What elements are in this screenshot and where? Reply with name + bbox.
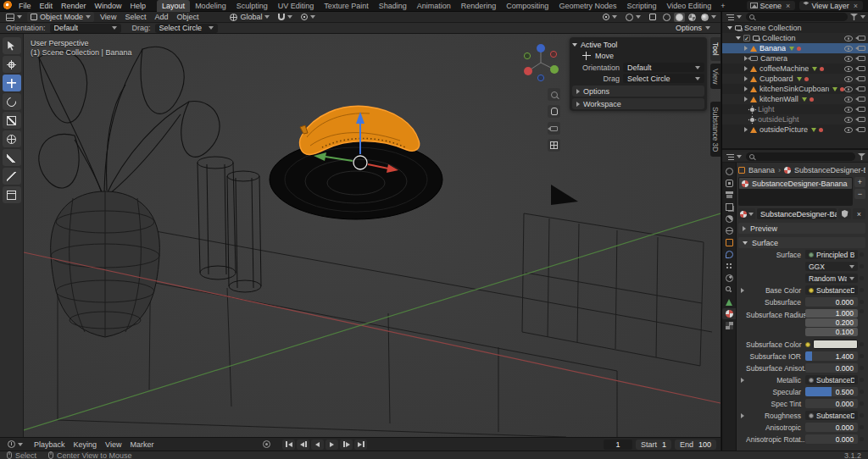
active-tool-panel-header[interactable]: Active Tool [572,39,704,50]
timeline-editor-type-button[interactable] [4,439,26,450]
expand-icon[interactable] [744,127,748,132]
outliner-row-kitchensinkcupboard[interactable]: kitchenSinkCupboard [722,84,868,94]
transform-orientation-dropdown[interactable]: Global [226,12,273,23]
hide-eye-icon[interactable] [844,127,853,133]
menu-item[interactable]: Window [91,0,126,12]
tool-button-select-box[interactable] [3,37,21,54]
ortho-toggle-button[interactable] [548,139,560,152]
render-visibility-icon[interactable] [858,86,865,91]
camera-view-button[interactable] [548,122,560,135]
outliner-row-outsidepicture[interactable]: outsidePicture [722,124,868,135]
workspace-tab[interactable]: Shading [374,0,412,12]
npanel-drag-dropdown[interactable]: Select Circle [623,74,704,83]
render-visibility-icon[interactable] [858,127,865,132]
timeline-menu-item[interactable]: Playback [30,439,70,451]
hide-eye-icon[interactable] [844,76,853,82]
view-layer-selector[interactable]: View Layer × [799,1,863,10]
surface-shader-button[interactable]: Principled BSDF [805,250,858,259]
workspace-tab[interactable]: Sculpting [231,0,273,12]
render-visibility-icon[interactable] [858,36,865,41]
tool-button-measure[interactable] [3,168,21,185]
workspace-tab[interactable]: Animation [412,0,456,12]
hide-eye-icon[interactable] [844,107,853,113]
specular-slider[interactable]: 0.500 [805,387,858,396]
subsurface-anisotropy-slider[interactable]: 0.000 [805,363,858,373]
workspace-tab[interactable]: Scripting [621,0,661,12]
radius-x-field[interactable]: 1.000 [805,309,858,318]
outliner-row-cupboard[interactable]: Cupboard [722,74,868,84]
expand-icon[interactable] [744,97,748,102]
expand-icon[interactable] [744,86,748,91]
play-reverse-button[interactable] [311,440,324,450]
timeline-menu-item[interactable]: Keying [70,439,102,451]
editor-type-button[interactable] [3,12,25,23]
scene-selector[interactable]: Scene × [747,1,796,10]
expand-icon[interactable] [744,46,748,51]
render-visibility-icon[interactable] [858,97,865,102]
expand-icon[interactable] [741,413,744,418]
properties-tab-object[interactable] [722,237,736,248]
render-visibility-icon[interactable] [858,56,865,61]
drag-dropdown[interactable]: Select Circle [155,24,218,33]
add-workspace-button[interactable]: + [716,0,729,12]
hide-eye-icon[interactable] [844,56,853,62]
anisotropic-slider[interactable]: 0.000 [805,423,858,432]
navigation-gizmo[interactable] [519,41,563,85]
material-name-field[interactable]: SubstanceDesigner-Banana [757,208,837,219]
breadcrumb-material[interactable]: SubstanceDesigner-Banana [794,166,865,174]
hide-eye-icon[interactable] [844,66,853,72]
tool-button-move[interactable] [3,75,21,91]
mode-dropdown[interactable]: Object Mode [27,12,94,22]
sidebar-tab[interactable]: View [710,64,721,89]
shading-solid-button[interactable] [674,13,685,22]
render-visibility-icon[interactable] [858,107,865,112]
plate-object[interactable] [270,140,442,219]
distribution-dropdown[interactable]: GGX [805,262,858,271]
material-slot-row[interactable]: SubstanceDesigner-Banana [739,178,852,189]
outliner-search-input[interactable] [746,13,848,21]
tool-button-cursor[interactable] [3,56,21,73]
shading-wireframe-button[interactable] [661,13,672,22]
shading-material-button[interactable] [687,13,698,22]
hide-eye-icon[interactable] [844,97,853,102]
workspace-tab[interactable]: Compositing [501,0,554,12]
render-visibility-icon[interactable] [858,117,865,122]
next-keyframe-button[interactable] [340,440,353,450]
unlink-material-button[interactable]: × [853,208,865,219]
npanel-orientation-dropdown[interactable]: Default [623,63,704,72]
outliner-row-outsidelight[interactable]: outsideLight [722,114,868,124]
viewport-menu-item[interactable]: Object [172,11,203,23]
fake-user-button[interactable] [838,208,851,219]
active-tool-row[interactable]: Move [572,50,704,62]
properties-tab-physics[interactable] [722,273,736,284]
options-dropdown[interactable]: Options [671,24,715,33]
outliner-row-kitchenwall[interactable]: kitchenWall [722,94,868,104]
outliner-filter-dropdown[interactable] [860,15,865,19]
properties-tab-view-layer[interactable] [722,202,736,213]
material-slot-list[interactable]: SubstanceDesigner-Banana [738,177,853,206]
outliner-row-camera[interactable]: Camera [722,53,868,64]
base-color-texture-button[interactable]: SubstanceDesigner-Ban... [805,285,858,295]
proportional-edit-dropdown[interactable] [298,12,319,23]
expand-icon[interactable] [744,76,748,81]
roughness-texture-button[interactable]: SubstanceDesigner-Ban... [805,411,858,420]
expand-icon[interactable] [741,288,744,293]
xray-toggle[interactable] [646,12,659,23]
3d-viewport[interactable]: User Perspective (1) Scene Collection | … [0,34,721,437]
metallic-texture-button[interactable]: SubstanceDesigner-Ban... [805,375,858,384]
properties-tab-render[interactable] [722,178,736,189]
properties-tab-modifiers[interactable] [722,249,736,260]
menu-item[interactable]: Edit [36,0,58,12]
properties-tab-material[interactable] [722,308,736,319]
viewport-menu-item[interactable]: Add [150,11,172,23]
workspace-tab[interactable]: Rendering [456,0,502,12]
jump-to-end-button[interactable] [354,440,367,450]
scene-unlink-button[interactable]: × [784,2,792,10]
sidebar-tab[interactable]: Tool [710,37,721,61]
auto-keyframe-button[interactable] [263,440,270,448]
radius-z-field[interactable]: 0.100 [805,328,858,336]
render-visibility-icon[interactable] [858,76,865,81]
properties-search-input[interactable] [746,152,855,161]
prev-keyframe-button[interactable] [297,440,309,450]
expand-icon[interactable] [741,378,744,383]
